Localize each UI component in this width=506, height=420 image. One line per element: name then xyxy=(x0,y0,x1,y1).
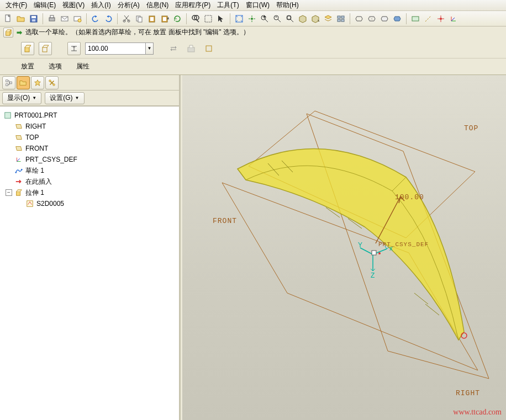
svg-rect-46 xyxy=(25,47,29,52)
layers-icon[interactable] xyxy=(322,13,334,25)
hidden-line-icon[interactable] xyxy=(366,13,378,25)
paste-special-icon[interactable]: * xyxy=(159,13,171,25)
cut-icon[interactable] xyxy=(120,13,133,25)
regen-icon[interactable] xyxy=(171,13,183,25)
tree-extrude1-label: 拉伸 1 xyxy=(25,188,44,198)
datum-csys-icon[interactable] xyxy=(447,13,460,25)
depth-value-input[interactable]: 100.00 xyxy=(85,42,146,55)
svg-rect-21 xyxy=(205,15,212,22)
depth-blind-icon[interactable] xyxy=(67,42,81,55)
menu-analysis[interactable]: 分析(A) xyxy=(114,0,143,11)
extrude-preview xyxy=(238,148,464,340)
tab-model-tree-icon[interactable] xyxy=(2,76,15,89)
tree-top[interactable]: TOP xyxy=(1,132,178,143)
copy-icon[interactable] xyxy=(133,13,145,25)
menu-window[interactable]: 窗口(W) xyxy=(243,0,273,11)
tree-sketch1[interactable]: 草绘 1 xyxy=(1,165,178,176)
label-csys: PRT_CSYS_DEF xyxy=(378,241,429,248)
drag-handle[interactable] xyxy=(461,333,467,338)
model-tree[interactable]: PRT0001.PRT RIGHT TOP FRONT PRT_CSYS_DEF… xyxy=(0,106,179,420)
datum-point-icon[interactable] xyxy=(435,13,447,25)
svg-rect-12 xyxy=(138,17,142,22)
dash-tab-options[interactable]: 选项 xyxy=(46,60,64,75)
zoom-out-icon[interactable]: - xyxy=(271,13,283,25)
tab-connections-icon[interactable] xyxy=(45,76,59,89)
feature-dashboard: ➡ 选取一个草绘。（如果首选内部草绘，可在 放置 面板中找到 "编辑" 选项。）… xyxy=(0,26,506,75)
graphics-viewport[interactable]: 100.00 Y x Z TOP FRONT RIGHT PRT_CSYS_DE… xyxy=(182,75,506,420)
tree-csys[interactable]: PRT_CSYS_DEF xyxy=(1,154,178,165)
dash-tab-place[interactable]: 放置 xyxy=(19,60,36,75)
view-refit-icon[interactable] xyxy=(233,13,245,25)
csys-icon xyxy=(14,156,23,163)
menu-help[interactable]: 帮助(H) xyxy=(273,0,302,11)
menu-view[interactable]: 视图(V) xyxy=(59,0,88,11)
datum-axis-icon[interactable] xyxy=(422,13,434,25)
extrude-icon xyxy=(14,189,23,196)
shaded-icon[interactable] xyxy=(391,13,403,25)
print-icon[interactable] xyxy=(46,13,58,25)
svg-line-70 xyxy=(414,293,428,304)
svg-line-61 xyxy=(17,158,20,161)
tab-folder-icon[interactable] xyxy=(17,76,30,89)
find-icon[interactable] xyxy=(189,13,202,25)
svg-point-56 xyxy=(49,79,51,82)
zoom-fit-icon[interactable] xyxy=(284,13,296,25)
redo-icon[interactable] xyxy=(102,13,114,25)
tab-favorites-icon[interactable] xyxy=(31,76,44,89)
internal-sketch-icon xyxy=(25,200,34,208)
menu-file[interactable]: 文件(F) xyxy=(2,0,30,11)
dash-tab-props[interactable]: 属性 xyxy=(74,60,92,75)
thicken-icon[interactable] xyxy=(202,42,215,55)
solid-extrude-icon[interactable] xyxy=(21,42,34,55)
part-icon xyxy=(3,111,12,119)
menu-apps[interactable]: 应用程序(P) xyxy=(172,0,214,11)
spin-center-icon[interactable] xyxy=(246,13,258,25)
select-box-icon[interactable] xyxy=(202,13,214,25)
tree-extrude1[interactable]: − 拉伸 1 xyxy=(1,187,178,198)
tree-s2d[interactable]: S2D0005 xyxy=(1,198,178,209)
datum-plane-icon[interactable] xyxy=(409,13,421,25)
surface-extrude-icon[interactable] xyxy=(39,42,52,55)
new-file-icon[interactable] xyxy=(2,13,14,25)
menu-insert[interactable]: 插入(I) xyxy=(88,0,114,11)
menu-edit[interactable]: 编辑(E) xyxy=(30,0,59,11)
dashboard-hint-text: 选取一个草绘。（如果首选内部草绘，可在 放置 面板中找到 "编辑" 选项。） xyxy=(25,28,250,37)
label-right: RIGHT xyxy=(456,389,480,397)
menu-tools[interactable]: 工具(T) xyxy=(214,0,242,11)
svg-rect-3 xyxy=(32,19,35,22)
svg-line-31 xyxy=(291,19,293,22)
tree-s2d-label: S2D0005 xyxy=(36,200,64,208)
email-icon[interactable] xyxy=(59,13,71,25)
remove-material-icon[interactable] xyxy=(185,42,198,55)
insert-here-icon xyxy=(14,178,23,185)
svg-rect-54 xyxy=(6,83,8,86)
email-attach-icon[interactable] xyxy=(71,13,83,25)
menu-info[interactable]: 信息(N) xyxy=(143,0,172,11)
tree-right[interactable]: RIGHT xyxy=(1,121,178,132)
tree-insert-here[interactable]: 在此插入 xyxy=(1,176,178,187)
paste-icon[interactable] xyxy=(146,13,158,25)
settings-dropdown[interactable]: 设置(G)▼ xyxy=(45,92,84,104)
tree-front[interactable]: FRONT xyxy=(1,143,178,154)
collapse-icon[interactable]: − xyxy=(6,189,12,196)
svg-point-63 xyxy=(21,169,23,171)
watermark-text: www.ttcad.com xyxy=(453,408,502,417)
flip-direction-icon[interactable] xyxy=(167,42,180,55)
select-arrow-icon[interactable] xyxy=(215,13,227,25)
save-icon[interactable] xyxy=(28,13,40,25)
no-hidden-icon[interactable] xyxy=(378,13,391,25)
show-dropdown[interactable]: 显示(O)▼ xyxy=(2,92,41,104)
tree-root[interactable]: PRT0001.PRT xyxy=(1,110,178,121)
undo-icon[interactable] xyxy=(89,13,102,25)
view-manager-icon[interactable] xyxy=(335,13,347,25)
zoom-in-icon[interactable]: + xyxy=(259,13,271,25)
open-file-icon[interactable] xyxy=(15,13,27,25)
hint-arrow-icon: ➡ xyxy=(17,29,22,36)
saved-views-icon[interactable] xyxy=(309,13,321,25)
viewport-scene: 100.00 Y x Z TOP FRONT RIGHT PRT_CSYS_DE… xyxy=(182,75,506,420)
depth-value-dropdown[interactable]: ▼ xyxy=(146,42,154,55)
svg-rect-53 xyxy=(6,79,8,82)
svg-rect-58 xyxy=(5,113,11,119)
orient-icon[interactable] xyxy=(297,13,309,25)
wireframe-icon[interactable] xyxy=(353,13,365,25)
